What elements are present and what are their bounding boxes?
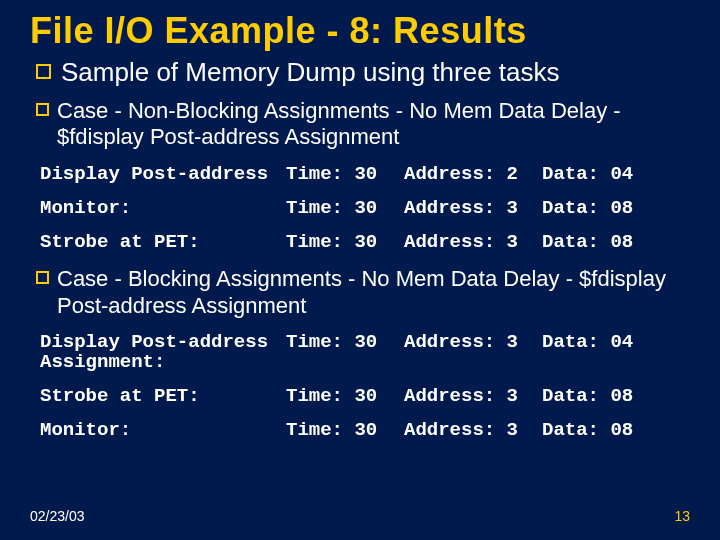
main-bullet: Sample of Memory Dump using three tasks	[36, 58, 690, 88]
case1-bullet: Case - Non-Blocking Assignments - No Mem…	[36, 98, 690, 151]
row-time: Time: 30	[286, 333, 404, 373]
row-label: Strobe at PET:	[40, 387, 286, 407]
row-addr: Address: 3	[404, 421, 542, 441]
row-time: Time: 30	[286, 233, 404, 253]
row-label: Display Post-address	[40, 165, 286, 185]
row-addr: Address: 3	[404, 199, 542, 219]
slide-title: File I/O Example - 8: Results	[30, 10, 690, 52]
row-time: Time: 30	[286, 199, 404, 219]
table-row: Display Post-address Time: 30 Address: 2…	[40, 165, 690, 185]
row-time: Time: 30	[286, 165, 404, 185]
case1-heading: Case - Non-Blocking Assignments - No Mem…	[57, 98, 690, 151]
row-addr: Address: 2	[404, 165, 542, 185]
footer-date: 02/23/03	[30, 508, 85, 524]
case2-bullet: Case - Blocking Assignments - No Mem Dat…	[36, 266, 690, 319]
row-data: Data: 04	[542, 333, 633, 373]
table-row: Monitor: Time: 30 Address: 3 Data: 08	[40, 421, 690, 441]
bullet-icon	[36, 64, 51, 79]
row-addr: Address: 3	[404, 233, 542, 253]
footer: 02/23/03 13	[30, 508, 690, 524]
slide: File I/O Example - 8: Results Sample of …	[0, 0, 720, 540]
bullet-icon	[36, 103, 49, 116]
row-label: Display Post-address Assignment:	[40, 333, 286, 373]
row-data: Data: 08	[542, 233, 633, 253]
case2-table: Display Post-address Assignment: Time: 3…	[40, 333, 690, 441]
case1-table: Display Post-address Time: 30 Address: 2…	[40, 165, 690, 253]
row-label: Monitor:	[40, 199, 286, 219]
row-addr: Address: 3	[404, 387, 542, 407]
row-time: Time: 30	[286, 421, 404, 441]
table-row: Monitor: Time: 30 Address: 3 Data: 08	[40, 199, 690, 219]
case2-heading: Case - Blocking Assignments - No Mem Dat…	[57, 266, 690, 319]
main-bullet-text: Sample of Memory Dump using three tasks	[61, 58, 560, 88]
row-label: Strobe at PET:	[40, 233, 286, 253]
row-label: Monitor:	[40, 421, 286, 441]
table-row: Strobe at PET: Time: 30 Address: 3 Data:…	[40, 387, 690, 407]
row-data: Data: 08	[542, 199, 633, 219]
row-addr: Address: 3	[404, 333, 542, 373]
bullet-icon	[36, 271, 49, 284]
footer-page: 13	[674, 508, 690, 524]
row-data: Data: 08	[542, 387, 633, 407]
row-time: Time: 30	[286, 387, 404, 407]
row-data: Data: 08	[542, 421, 633, 441]
row-data: Data: 04	[542, 165, 633, 185]
table-row: Display Post-address Assignment: Time: 3…	[40, 333, 690, 373]
table-row: Strobe at PET: Time: 30 Address: 3 Data:…	[40, 233, 690, 253]
